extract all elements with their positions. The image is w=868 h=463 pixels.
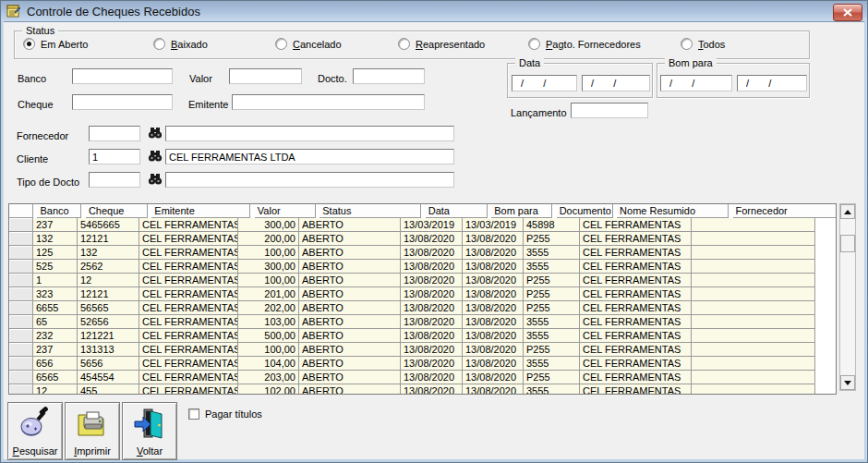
cell: 13/08/2020 [463,329,524,343]
table-row[interactable]: 6565656CEL FERRAMENTAS104,00ABERTO13/08/… [9,357,836,371]
cell: ABERTO [299,260,401,274]
cell: CEL FERRAMENTAS [139,329,238,343]
voltar-button[interactable]: Voltar [122,402,177,460]
scroll-down-button[interactable] [840,375,855,390]
cliente-name-input[interactable] [165,149,454,164]
binoculars-icon [148,127,163,140]
cell: 13/08/2020 [401,343,463,357]
table-row[interactable]: 13212121CEL FERRAMENTAS200,00ABERTO13/08… [9,232,836,246]
cliente-search-button[interactable] [148,150,163,163]
fornecedor-search-button[interactable] [148,127,163,140]
table-row[interactable]: 5252562CEL FERRAMENTAS300,00ABERTO13/08/… [9,260,836,274]
docto-input[interactable] [353,68,425,84]
table-row[interactable]: 32312121CEL FERRAMENTAS201,00ABERTO13/08… [9,287,836,301]
arrow-down-icon [844,381,851,385]
scroll-up-button[interactable] [840,204,855,219]
cell: 13/08/2020 [401,232,463,246]
column-header-cheque[interactable]: Cheque [86,204,148,218]
table-row[interactable]: 2375465665CEL FERRAMENTAS300,00ABERTO13/… [9,218,836,232]
cell: CEL FERRAMENTAS [580,371,692,384]
radio-reapresentado[interactable]: Reapresentado [398,38,485,50]
imprimir-label: Imprimir [74,445,111,457]
fornecedor-name-input[interactable] [165,126,454,141]
radio-label: Reapresentado [416,39,485,50]
cell [692,371,815,384]
radio-todos[interactable]: Todos [681,38,725,50]
table-row[interactable]: 232121221CEL FERRAMENTAS500,00ABERTO13/0… [9,329,836,343]
column-header-banco[interactable]: Banco [37,204,81,218]
docto-label: Docto. [318,73,347,85]
column-header-status[interactable]: Status [319,204,421,218]
cell: 454554 [78,371,139,384]
radio-em-aberto[interactable]: Em Aberto [23,38,88,50]
table-row[interactable]: 6565454554CEL FERRAMENTAS203,00ABERTO13/… [9,371,836,384]
table-row[interactable]: 237131313CEL FERRAMENTAS100,00ABERTO13/0… [9,343,836,357]
cell: 132 [78,246,139,260]
row-selector-cell [9,343,33,357]
data-from-input[interactable] [512,75,577,91]
cell: CEL FERRAMENTAS [580,315,692,329]
cell: 13/08/2020 [463,301,524,315]
tipo-docto-code-input[interactable] [89,172,140,188]
table-row[interactable]: 112CEL FERRAMENTAS100,00ABERTO13/08/2020… [9,274,836,287]
tipo-docto-name-input[interactable] [165,172,454,188]
cell [692,343,815,357]
cell: P255 [524,232,580,246]
grid-header: Banco Cheque Emitente Valor Status Data … [9,204,836,218]
cell: CEL FERRAMENTAS [139,246,238,260]
pagar-titulos-checkbox[interactable] [188,408,199,420]
close-button[interactable] [833,4,862,21]
cell: 13/08/2020 [463,232,524,246]
emitente-input[interactable] [232,94,425,110]
row-selector-cell [9,371,33,384]
cell: 13/08/2020 [401,384,463,395]
titlebar[interactable]: Controle de Cheques Recebidos [1,1,868,22]
cell: 13/08/2020 [463,246,524,260]
radio-pagto-fornecedores[interactable]: Pagto. Fornecedores [528,38,641,50]
banco-input[interactable] [72,68,173,84]
table-row[interactable]: 125132CEL FERRAMENTAS100,00ABERTO13/08/2… [9,246,836,260]
grid-vertical-scrollbar[interactable] [839,203,856,391]
scrollbar-thumb[interactable] [840,235,855,252]
cliente-code-input[interactable] [89,149,140,164]
tipo-docto-search-button[interactable] [148,173,163,186]
cell: 13/08/2020 [401,274,463,287]
data-to-input[interactable] [582,75,650,91]
radio-dot [681,38,693,50]
lancamento-input[interactable] [571,103,648,118]
cell: 5656 [78,357,139,371]
pesquisar-button[interactable]: Pesquisar [7,402,63,460]
cell: 13/08/2020 [401,329,463,343]
fornecedor-code-input[interactable] [89,126,140,141]
table-row[interactable]: 6552656CEL FERRAMENTAS103,00ABERTO13/08/… [9,315,836,329]
column-header-valor[interactable]: Valor [255,204,316,218]
bom-para-to-input[interactable] [737,75,807,91]
cell: ABERTO [299,384,401,395]
radio-dot [398,38,410,50]
row-selector-cell [9,232,33,246]
column-header-emitente[interactable]: Emitente [151,204,250,218]
radio-cancelado[interactable]: Cancelado [275,38,342,50]
window-border-right [864,21,867,463]
column-header-nome-resumido[interactable]: Nome Resumido [617,204,729,218]
cell: 201,00 [238,287,299,301]
cell: CEL FERRAMENTAS [139,384,238,395]
bom-para-group-label: Bom para [665,57,717,68]
cell: 202,00 [238,301,299,315]
cell: 5465665 [78,218,139,232]
column-header-fornecedor[interactable]: Fornecedor [733,204,837,218]
cliente-label: Cliente [17,153,48,165]
bom-para-from-input[interactable] [660,75,732,91]
cell: 13/08/2020 [401,371,463,384]
table-row[interactable]: 665556565CEL FERRAMENTAS202,00ABERTO13/0… [9,301,836,315]
column-header-documento[interactable]: Documento [557,204,613,218]
radio-baixado[interactable]: Baixado [153,38,208,50]
column-header-bom-para[interactable]: Bom para [491,204,552,218]
cheque-input[interactable] [72,94,173,110]
column-header-data[interactable]: Data [426,204,488,218]
imprimir-button[interactable]: Imprimir [65,402,120,460]
valor-input[interactable] [229,68,302,84]
cell: 121221 [78,329,139,343]
table-row[interactable]: 12455CEL FERRAMENTAS102,00ABERTO13/08/20… [9,384,836,395]
cell: 13/08/2020 [463,274,524,287]
